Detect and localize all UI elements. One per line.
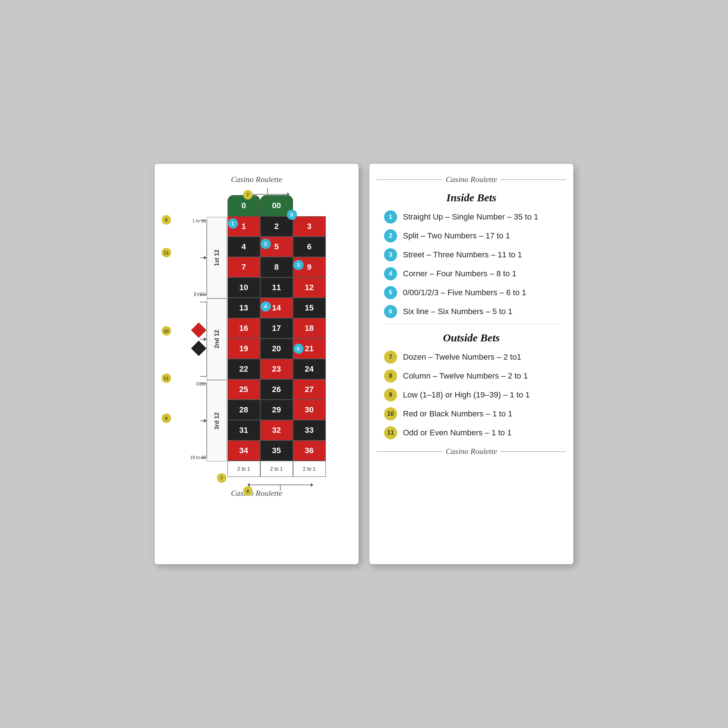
num-cell-15: 15: [293, 298, 326, 318]
bet-text-1: Straight Up – Single Number – 35 to 1: [403, 212, 538, 222]
num-cell-25: 25: [228, 379, 260, 400]
inside-bet-item-6: 6 Six line – Six Numbers – 5 to 1: [384, 305, 559, 318]
inside-badge-1: 1: [228, 219, 238, 229]
number-row: 101112: [228, 277, 326, 298]
left-card: Casino Roulette 7 9 11 10 11 9 7 8: [155, 164, 359, 564]
bet-text-9: Low (1–18) or High (19–39) – 1 to 1: [403, 390, 530, 400]
inside-bet-item-2: 2 Split – Two Numbers – 17 to 1: [384, 229, 559, 242]
num-cell-7: 7: [228, 257, 260, 277]
inside-badge-2: 2: [261, 239, 271, 249]
badge-8-bottom: 8: [243, 486, 252, 496]
number-row: 161718: [228, 318, 326, 338]
roulette-grid: 0 00 12345678910111213141516171819202122…: [228, 195, 326, 477]
number-row: 222324: [228, 359, 326, 379]
num-cell-16: 16: [228, 318, 260, 338]
svg-marker-4: [204, 256, 207, 260]
bet-badge-4: 4: [384, 267, 397, 280]
bet-badge-1: 1: [384, 210, 397, 223]
section-divider: [384, 324, 559, 324]
num-cell-17: 17: [260, 318, 293, 338]
number-row: 252627: [228, 379, 326, 400]
inside-bets-title: Inside Bets: [377, 191, 566, 204]
right-card: Casino Roulette Inside Bets 1 Straight U…: [369, 164, 573, 564]
num-cell-13: 13: [228, 298, 260, 318]
inside-bet-item-1: 1 Straight Up – Single Number – 35 to 1: [384, 210, 559, 223]
outside-bet-item-11: 11 Odd or Even Numbers – 1 to 1: [384, 426, 559, 439]
svg-marker-9: [204, 337, 207, 341]
badge-9-left-bottom: 9: [162, 413, 171, 423]
number-row: 313233: [228, 420, 326, 440]
bet-badge-10: 10: [384, 407, 397, 421]
inside-bet-item-5: 5 0/00/1/2/3 – Five Numbers – 6 to 1: [384, 286, 559, 299]
bet-text-11: Odd or Even Numbers – 1 to 1: [403, 428, 511, 437]
bet-badge-7: 7: [384, 350, 397, 364]
number-row: 192021: [228, 338, 326, 359]
zero-cell-0: 0: [228, 195, 260, 216]
num-cell-20: 20: [260, 338, 293, 359]
outside-bet-item-8: 8 Column – Twelve Numbers – 2 to 1: [384, 369, 559, 382]
bet-badge-3: 3: [384, 248, 397, 262]
num-cell-2: 2: [260, 216, 293, 237]
num-cell-35: 35: [260, 440, 293, 461]
bet-text-8: Column – Twelve Numbers – 2 to 1: [403, 371, 528, 381]
right-card-footer: Casino Roulette: [377, 447, 566, 456]
svg-marker-14: [204, 419, 207, 423]
col2-2to1: 2 to 1: [260, 461, 293, 477]
number-row: 123: [228, 216, 326, 237]
number-row: 456: [228, 237, 326, 257]
badge-7-bottom: 7: [217, 473, 226, 483]
bet-badge-2: 2: [384, 229, 397, 242]
num-cell-30: 30: [293, 400, 326, 420]
bet-text-6: Six line – Six Numbers – 5 to 1: [403, 307, 512, 316]
num-cell-19: 19: [228, 338, 260, 359]
num-cell-26: 26: [260, 379, 293, 400]
num-cell-8: 8: [260, 257, 293, 277]
bet-badge-11: 11: [384, 426, 397, 439]
inside-badge-4: 4: [261, 301, 271, 312]
inside-bets-list: 1 Straight Up – Single Number – 35 to 1 …: [377, 210, 566, 318]
inside-badge-6: 6: [294, 344, 304, 354]
right-card-title: Casino Roulette: [377, 175, 566, 184]
badge-10-left-mid: 10: [162, 326, 171, 336]
num-cell-24: 24: [293, 359, 326, 379]
outside-bet-item-10: 10 Red or Black Numbers – 1 to 1: [384, 407, 559, 421]
badge-9-left-top: 9: [162, 215, 171, 225]
outside-bet-item-7: 7 Dozen – Twelve Numbers – 2 to1: [384, 350, 559, 364]
num-cell-22: 22: [228, 359, 260, 379]
num-cell-36: 36: [293, 440, 326, 461]
zero-row: 0 00: [228, 195, 326, 216]
num-cell-11: 11: [260, 277, 293, 298]
bet-badge-6: 6: [384, 305, 397, 318]
bet-badge-9: 9: [384, 388, 397, 401]
inside-bet-item-3: 3 Street – Three Numbers – 11 to 1: [384, 248, 559, 262]
bet-badge-5: 5: [384, 286, 397, 299]
number-row: 789: [228, 257, 326, 277]
number-grid: 1234567891011121314151617181920212223242…: [228, 216, 326, 461]
bet-text-4: Corner – Four Numbers – 8 to 1: [403, 269, 517, 278]
number-row: 131415: [228, 298, 326, 318]
bet-badge-8: 8: [384, 369, 397, 382]
num-cell-3: 3: [293, 216, 326, 237]
num-cell-10: 10: [228, 277, 260, 298]
inside-badge-3: 3: [294, 260, 304, 270]
bottom-bets-row: 2 to 1 2 to 1 2 to 1: [228, 461, 326, 477]
num-cell-27: 27: [293, 379, 326, 400]
num-cell-4: 4: [228, 237, 260, 257]
num-cell-23: 23: [260, 359, 293, 379]
inside-bet-item-4: 4 Corner – Four Numbers – 8 to 1: [384, 267, 559, 280]
num-cell-34: 34: [228, 440, 260, 461]
badge-11-left-upper: 11: [162, 248, 171, 257]
svg-marker-22: [311, 483, 313, 487]
num-cell-33: 33: [293, 420, 326, 440]
num-cell-12: 12: [293, 277, 326, 298]
col3-2to1: 2 to 1: [293, 461, 326, 477]
outside-bet-item-9: 9 Low (1–18) or High (19–39) – 1 to 1: [384, 388, 559, 401]
inside-badge-5: 5: [287, 210, 297, 220]
outside-bets-title: Outside Bets: [377, 332, 566, 344]
num-cell-31: 31: [228, 420, 260, 440]
left-card-footer: Casino Roulette: [227, 488, 286, 498]
bet-text-3: Street – Three Numbers – 11 to 1: [403, 250, 522, 260]
bet-text-10: Red or Black Numbers – 1 to 1: [403, 409, 512, 419]
num-cell-28: 28: [228, 400, 260, 420]
badge-7-top: 7: [243, 190, 252, 199]
